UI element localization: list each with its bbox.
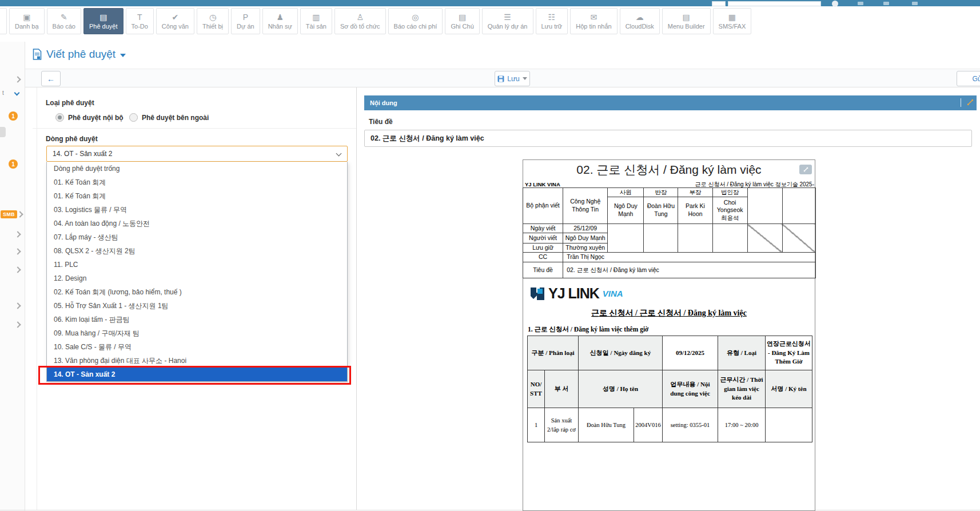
flow-option[interactable]: 07. Lắp máy - 생산팀 [47, 230, 347, 244]
yjlink-logo-mark-icon [530, 287, 545, 301]
global-search-input[interactable] [728, 1, 821, 6]
flow-option[interactable]: 01. Kế Toán 회계 [47, 175, 347, 189]
flow-option[interactable]: 04. An toàn lao động / 노동안전 [47, 217, 347, 230]
content-panel-header: Nội dung [364, 95, 977, 110]
document-expand-icon[interactable] [799, 165, 812, 174]
ot-header-cell: 신청일 / Ngày đăng ký [579, 336, 663, 370]
chevron-right-icon[interactable] [17, 211, 23, 217]
notification-badge[interactable]: 1 [9, 159, 18, 169]
toolbar-item-0[interactable]: ▦ịch [0, 8, 7, 34]
rail-tag[interactable]: SMB [1, 210, 17, 218]
ot-data-cell [766, 408, 812, 442]
toolbar-item-9[interactable]: ▥Tài sản [300, 8, 332, 34]
flow-option[interactable]: 12. Design [47, 272, 347, 285]
title-input[interactable]: 02. 근로 신청서 / Đăng ký làm việc [364, 130, 972, 147]
sign-slot-cell [712, 224, 747, 253]
flow-option[interactable]: Dòng phê duyệt trống [47, 162, 347, 175]
content-bottom-border [0, 510, 980, 510]
chevron-right-icon[interactable] [14, 321, 21, 328]
flow-option[interactable]: 02. Kế Toán 회계 (lương, bảo hiểm, thuế ) [47, 285, 347, 299]
cc-label-cell: CC [523, 253, 563, 262]
toolbar-item-4[interactable]: TTo-Do [126, 8, 154, 34]
search-scope-box[interactable] [712, 1, 726, 6]
toolbar-item-16[interactable]: ☁CloudDisk [620, 8, 660, 34]
toolbar-item-17[interactable]: ▤Menu Builder [662, 8, 711, 34]
toolbar-item-8[interactable]: ♟Nhân sự [262, 8, 298, 34]
send-button[interactable]: Gửi → [957, 71, 980, 86]
toolbar-item-13[interactable]: ☰Quản lý dự án [482, 8, 533, 34]
flow-option[interactable]: 01. Kế Toán 회계 [47, 189, 347, 203]
toolbar-item-label: Nhân sự [268, 23, 292, 30]
save-button[interactable]: Lưu [495, 71, 530, 86]
flow-option[interactable]: 05. Hỗ Trợ Sản Xuất 1 - 생산지원 1팀 [47, 299, 347, 313]
toolbar-item-11[interactable]: ◎Báo cáo chi phí [388, 8, 443, 34]
toolbar-item-7[interactable]: PDự án [231, 8, 260, 34]
toolbar-item-18[interactable]: ▦SMS/FAX [713, 8, 752, 34]
rail-mini-text: t [2, 90, 4, 96]
meta-value-cell: 25/12/09 [563, 224, 608, 233]
flow-option[interactable]: 09. Mua hàng / 구매/자재 팀 [47, 326, 347, 340]
title-dropdown-caret-icon[interactable] [120, 54, 126, 57]
meta-value-cell: Ngô Duy Mạnh [563, 233, 608, 243]
radio-internal-approval[interactable] [55, 113, 64, 122]
radio-external-label[interactable]: Phê duyệt bên ngoài [142, 114, 209, 122]
page-title[interactable]: Viết phê duyệt [33, 48, 126, 61]
save-dropdown-caret-icon[interactable] [523, 77, 527, 80]
topbar-menu-icon[interactable] [883, 2, 889, 5]
sign-empty-cell [747, 188, 782, 224]
ot-data-cell: 1 [528, 408, 545, 442]
topbar-menu-icon[interactable] [858, 2, 863, 5]
left-rail: t 1 1 SMB [0, 42, 25, 511]
flow-option[interactable]: 03. Logistics 물류 / 무역 [47, 203, 347, 217]
fax-icon: ▦ [728, 13, 736, 22]
toolbar-item-10[interactable]: ♙Sơ đồ tổ chức [334, 8, 386, 34]
logo-suffix-text: VINA [603, 289, 623, 298]
expand-panel-icon[interactable] [966, 98, 975, 107]
toolbar-item-6[interactable]: ◷Thiết bị [197, 8, 229, 34]
radio-external-approval[interactable] [129, 113, 138, 122]
toolbar-item-label: Sơ đồ tổ chức [340, 23, 380, 30]
chevron-right-icon[interactable] [14, 76, 21, 82]
notification-badge[interactable]: 1 [9, 111, 18, 121]
toolbar-item-label: Tài sản [306, 23, 326, 30]
chevron-right-icon[interactable] [14, 302, 21, 309]
approval-flow-select[interactable]: 14. OT - Sản xuất 2 [46, 146, 348, 162]
document-section-label: 1. 근로 신청서 / Đăng ký làm việc thêm giờ [528, 325, 648, 334]
flow-option[interactable]: 13. Văn phòng đại diện 대표 사무소 - Hanoi [47, 354, 347, 368]
flow-option[interactable]: 10. Sale C/S - 물류 / 무역 [47, 340, 347, 354]
toolbar-item-12[interactable]: ▤Ghi Chú [445, 8, 479, 34]
meta-label-cell: Người viết [523, 233, 563, 243]
chevron-down-icon[interactable] [14, 90, 20, 96]
toolbar-item-15[interactable]: ✉Hộp tin nhắn [570, 8, 617, 34]
section-divider [33, 128, 356, 129]
document-title: 02. 근로 신청서 / Đăng ký làm việc [523, 162, 815, 178]
toolbar-item-label: Quản lý dự án [488, 23, 528, 30]
chevron-right-icon[interactable] [14, 231, 21, 237]
topbar-menu-icon[interactable] [912, 2, 918, 5]
toolbar-item-2[interactable]: ✎Báo cáo [47, 8, 81, 34]
title-input-value: 02. 근로 신청서 / Đăng ký làm việc [371, 134, 484, 142]
ot-header-cell: 업무내용 / Nội dung công việc [663, 370, 718, 408]
rail-tab[interactable] [0, 127, 6, 137]
crossed-out-cell [747, 224, 782, 253]
radio-internal-label[interactable]: Phê duyệt nội bộ [68, 114, 124, 122]
contacts-icon: ▣ [23, 13, 30, 22]
document-heading: 근로 신청서 / 근로 신청서 / Đăng ký làm việc [523, 308, 815, 318]
ot-header-cell: 구분 / Phân loại [528, 336, 579, 370]
toolbar-item-3[interactable]: ▤Phê duyệt [83, 8, 124, 34]
chevron-right-icon[interactable] [14, 248, 21, 254]
toolbar-item-5[interactable]: ✔Công văn [156, 8, 194, 34]
flow-option[interactable]: 11. PLC [47, 258, 347, 272]
toolbar-item-1[interactable]: ▣Danh bạ [9, 8, 45, 34]
approval-icon: ▤ [99, 13, 107, 22]
toolbar-item-label: Hộp tin nhắn [576, 23, 611, 30]
flow-option[interactable]: 06. Kim loại tấm - 판금팀 [47, 313, 347, 326]
chevron-right-icon[interactable] [14, 266, 21, 273]
toolbar-item-14[interactable]: ☷Lưu trữ [536, 8, 568, 34]
sign-header-cell: 사원 [608, 188, 644, 197]
flow-option[interactable]: 14. OT - Sản xuất 2 [47, 368, 347, 381]
user-avatar[interactable] [832, 1, 838, 7]
back-button[interactable]: ← [41, 71, 61, 86]
toolbar-item-label: Thiết bị [202, 23, 223, 30]
flow-option[interactable]: 08. QLSX 2 - 생산지원 2팀 [47, 244, 347, 258]
